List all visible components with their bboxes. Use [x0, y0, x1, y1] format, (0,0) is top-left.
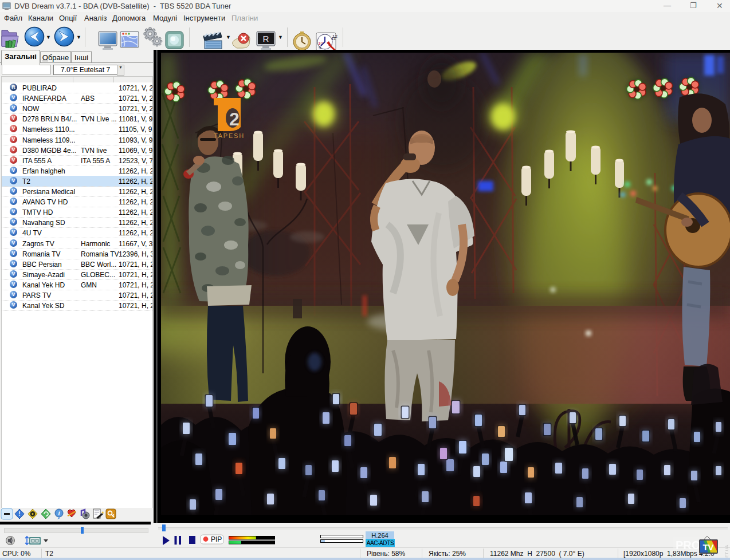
- svg-text:TV: TV: [702, 542, 713, 552]
- svg-text:2: 2: [229, 109, 240, 129]
- svg-text:ET.UA: ET.UA: [724, 545, 729, 558]
- svg-text:R: R: [263, 34, 269, 44]
- svg-text:PRO: PRO: [676, 539, 700, 551]
- svg-text:11: 11: [331, 36, 336, 41]
- svg-text:PIP: PIP: [211, 535, 222, 543]
- svg-text:TAPESH: TAPESH: [214, 132, 245, 139]
- svg-text:!: !: [18, 511, 20, 517]
